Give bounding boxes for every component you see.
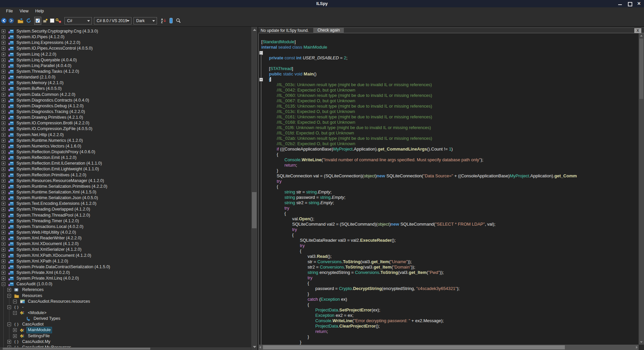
tree-expander-minus-icon[interactable] bbox=[2, 282, 5, 286]
scroll-down-arrow[interactable] bbox=[253, 346, 256, 348]
tree-expander-plus-icon[interactable] bbox=[2, 225, 5, 229]
tree-expander-plus-icon[interactable] bbox=[2, 41, 5, 45]
tree-expander-plus-icon[interactable] bbox=[2, 254, 5, 257]
tree-item[interactable]: System.Threading.ThreadPool (4.1.2.0) bbox=[0, 213, 251, 218]
code-scroll-thumb[interactable] bbox=[639, 39, 643, 99]
tree-item[interactable]: System.Linq.Queryable (4.0.4.0) bbox=[0, 57, 251, 63]
tree-expander-plus-icon[interactable] bbox=[2, 236, 5, 240]
tree-expander-minus-icon[interactable] bbox=[7, 294, 11, 298]
tree-item[interactable]: System.Xml.XmlSerializer (4.1.2.0) bbox=[0, 247, 251, 252]
tree-expander-minus-icon[interactable] bbox=[13, 300, 17, 303]
tree-expander-plus-icon[interactable] bbox=[2, 162, 5, 165]
scroll-down-arrow[interactable] bbox=[640, 341, 643, 343]
tree-item[interactable]: System.Threading.Timer (4.1.2.0) bbox=[0, 218, 251, 224]
tree-expander-plus-icon[interactable] bbox=[2, 64, 5, 68]
tree-expander-plus-icon[interactable] bbox=[2, 214, 5, 217]
minimize-button[interactable] bbox=[616, 0, 625, 7]
tree-expander-plus-icon[interactable] bbox=[2, 219, 5, 223]
tree-item[interactable]: System.IO.Compression.Brotli (4.2.2.0) bbox=[0, 120, 251, 126]
tree-item[interactable]: System.Net.Http (4.2.2.0) bbox=[0, 132, 251, 138]
back-icon[interactable] bbox=[1, 17, 7, 25]
tree-item[interactable]: System.Web.HttpUtility (4.0.2.0) bbox=[0, 230, 251, 235]
tree-expander-plus-icon[interactable] bbox=[2, 202, 5, 206]
show-internal-icon[interactable] bbox=[43, 17, 48, 25]
tree-item[interactable]: System.Runtime.Numerics (4.1.2.0) bbox=[0, 138, 251, 143]
update-bar-close-button[interactable]: X bbox=[634, 28, 641, 33]
menu-help[interactable]: Help bbox=[32, 7, 47, 15]
tree-item[interactable]: CascAudiot.Resources.resources bbox=[0, 299, 251, 304]
tree-expander-plus-icon[interactable] bbox=[2, 75, 5, 79]
tree-item[interactable]: CascAudit (1.0.0.0) bbox=[0, 281, 251, 287]
tree-expander-plus-icon[interactable] bbox=[13, 334, 17, 338]
tree-item[interactable]: netstandard (2.1.0.0) bbox=[0, 74, 251, 80]
tree-expander-plus-icon[interactable] bbox=[2, 179, 5, 183]
tree-item[interactable]: System.Reflection.Emit.Lightweight (4.1.… bbox=[0, 166, 251, 172]
forward-icon[interactable] bbox=[8, 17, 14, 25]
tree-expander-minus-icon[interactable] bbox=[7, 305, 11, 309]
tree-vertical-scrollbar[interactable] bbox=[251, 27, 257, 350]
tree-expander-plus-icon[interactable] bbox=[2, 167, 5, 171]
theme-select[interactable]: Dark bbox=[133, 17, 157, 24]
tree-expander-plus-icon[interactable] bbox=[2, 58, 5, 62]
tree-expander-plus-icon[interactable] bbox=[2, 208, 5, 211]
tree-item[interactable]: System.Runtime.Serialization.Json (4.0.5… bbox=[0, 195, 251, 201]
scroll-up-arrow[interactable] bbox=[640, 35, 643, 37]
tree-expander-plus-icon[interactable] bbox=[2, 104, 5, 108]
tree-item[interactable]: System.Drawing.Primitives (4.2.1.0) bbox=[0, 115, 251, 120]
tree-item[interactable]: System.Reflection.Primitives (4.1.2.0) bbox=[0, 172, 251, 178]
tree-expander-plus-icon[interactable] bbox=[2, 121, 5, 125]
tree-item[interactable]: System.Resources.ResourceManager (4.1.2.… bbox=[0, 178, 251, 184]
tree-expander-plus-icon[interactable] bbox=[2, 30, 5, 33]
tree-item[interactable]: System.Memory (4.2.1.0) bbox=[0, 80, 251, 86]
tree-item[interactable]: { }CascAudiot bbox=[0, 322, 251, 327]
tree-item[interactable]: System.Diagnostics.Debug (4.1.2.0) bbox=[0, 103, 251, 109]
tree-scroll-thumb[interactable] bbox=[252, 192, 257, 228]
tree-expander-plus-icon[interactable] bbox=[2, 156, 5, 160]
check-again-button[interactable]: Check again bbox=[313, 27, 344, 33]
tree-expander-plus-icon[interactable] bbox=[2, 53, 5, 56]
scroll-right-arrow[interactable] bbox=[636, 346, 638, 349]
tree-item[interactable]: System.Xml.ReaderWriter (4.2.2.0) bbox=[0, 235, 251, 241]
tree-expander-plus-icon[interactable] bbox=[2, 133, 5, 137]
tree-expander-plus-icon[interactable] bbox=[2, 116, 5, 119]
tree-item[interactable]: SettingsFile bbox=[0, 333, 251, 339]
tree-item[interactable]: { }- bbox=[0, 304, 251, 310]
column-view-icon[interactable] bbox=[169, 17, 173, 25]
tree-item[interactable]: <Module> bbox=[0, 310, 251, 316]
language-version-select[interactable]: C# 8.0 / VS 2019 bbox=[94, 17, 131, 24]
tree-expander-plus-icon[interactable] bbox=[7, 340, 11, 344]
tree-item[interactable]: System.Transactions.Local (4.0.2.0) bbox=[0, 224, 251, 230]
scroll-left-arrow[interactable] bbox=[259, 346, 261, 349]
tree-expander-plus-icon[interactable] bbox=[2, 271, 5, 275]
sort-icon[interactable]: AZ bbox=[161, 17, 166, 25]
tree-item[interactable]: System.Data.Common (4.2.2.0) bbox=[0, 92, 251, 98]
tree-item[interactable]: System.Xml.XPath.XDocument (4.1.2.0) bbox=[0, 252, 251, 258]
tree-expander-plus-icon[interactable] bbox=[2, 35, 5, 39]
tree-expander-plus-icon[interactable] bbox=[2, 99, 5, 102]
tree-expander-plus-icon[interactable] bbox=[2, 248, 5, 251]
tree-item[interactable]: System.IO.Pipes.AccessControl (4.0.5.0) bbox=[0, 46, 251, 51]
tree-expander-plus-icon[interactable] bbox=[2, 185, 5, 188]
tree-expander-plus-icon[interactable] bbox=[2, 139, 5, 142]
tree-hscroll-thumb[interactable] bbox=[3, 348, 150, 350]
tree-item[interactable]: System.Linq.Parallel (4.0.4.0) bbox=[0, 63, 251, 69]
tree-item[interactable]: System.Diagnostics.Contracts (4.0.4.0) bbox=[0, 98, 251, 103]
tree-expander-plus-icon[interactable] bbox=[2, 231, 5, 234]
language-select[interactable]: C# bbox=[64, 17, 92, 24]
tree-expander-plus-icon[interactable] bbox=[2, 47, 5, 50]
tree-expander-minus-icon[interactable] bbox=[13, 311, 17, 315]
maximize-button[interactable] bbox=[625, 0, 634, 7]
search-icon[interactable] bbox=[176, 17, 181, 25]
refresh-icon[interactable] bbox=[26, 17, 32, 25]
tree-horizontal-scrollbar[interactable] bbox=[0, 347, 251, 350]
tree-expander-plus-icon[interactable] bbox=[2, 93, 5, 97]
tree-expander-plus-icon[interactable] bbox=[2, 259, 5, 263]
tree-item[interactable]: System.Text.Encoding.Extensions (4.1.2.0… bbox=[0, 201, 251, 207]
tree-item[interactable]: System.Buffers (4.0.5.0) bbox=[0, 86, 251, 92]
tree-expander-minus-icon[interactable] bbox=[7, 323, 11, 326]
tree-expander-plus-icon[interactable] bbox=[13, 328, 17, 332]
tree-expander-plus-icon[interactable] bbox=[2, 173, 5, 177]
menu-view[interactable]: View bbox=[16, 7, 32, 15]
tree-item[interactable]: System.Linq.Expressions (4.2.2.0) bbox=[0, 40, 251, 46]
tree-item[interactable]: System.Threading.Tasks (4.1.2.0) bbox=[0, 69, 251, 74]
